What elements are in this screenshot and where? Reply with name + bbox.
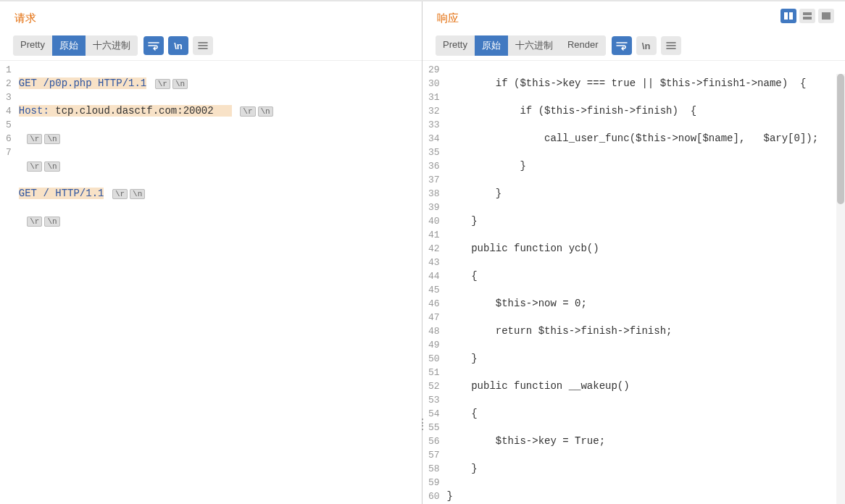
http-path: /p0p.php (43, 77, 91, 89)
code-line: } (447, 214, 842, 228)
svg-rect-3 (803, 17, 812, 20)
request-gutter: 1234567 (0, 61, 16, 504)
response-toolbar: Pretty 原始 十六进制 Render \n (422, 35, 845, 56)
code-line: return $this->finish->finish; (447, 324, 842, 338)
tab-pretty[interactable]: Pretty (13, 35, 52, 56)
code-line: call_user_func($this->now[$name], $ary[0… (447, 132, 842, 146)
scroll-thumb[interactable] (837, 74, 844, 204)
tab-hex[interactable]: 十六进制 (508, 35, 560, 56)
response-code[interactable]: if ($this->key === true || $this->finish… (444, 61, 845, 504)
code-line: public function ycb() (447, 242, 842, 256)
panel-resize-handle[interactable] (420, 419, 425, 430)
app-root: 请求 Pretty 原始 十六进制 \n (0, 0, 845, 504)
code-line: if ($this->key === true || $this->finish… (447, 77, 842, 91)
split-horizontal-icon (783, 12, 794, 20)
tab-raw[interactable]: 原始 (52, 35, 86, 56)
host-header-value: tcp.cloud.dasctf.com:20002 (55, 105, 213, 117)
code-line: $this->now = 0; (447, 297, 842, 311)
host-header-name: Host: (19, 105, 49, 117)
tab-pretty[interactable]: Pretty (436, 35, 475, 56)
code-line: } (447, 490, 842, 503)
code-line: } (447, 462, 842, 476)
response-tabs: Pretty 原始 十六进制 Render (436, 35, 606, 56)
code-line: } (447, 187, 842, 201)
request-toolbar: Pretty 原始 十六进制 \n (0, 35, 422, 56)
request-editor[interactable]: 1234567 GET /p0p.php HTTP/1.1 \r\n Host:… (0, 60, 422, 504)
layout-single[interactable] (818, 9, 834, 23)
menu-button[interactable] (661, 36, 681, 55)
newline-icon: \n (642, 41, 651, 51)
newline-toggle-button[interactable]: \n (168, 36, 188, 55)
code-line: { (447, 407, 842, 421)
response-panel: 响应 Pretty 原始 十六进制 Render \n (422, 1, 845, 504)
wrap-toggle-button[interactable] (143, 36, 164, 55)
request-tabs: Pretty 原始 十六进制 (13, 35, 138, 56)
svg-rect-4 (822, 12, 831, 20)
wrap-icon (616, 41, 628, 51)
svg-rect-2 (803, 12, 812, 15)
newline-icon: \n (174, 41, 183, 51)
svg-rect-1 (789, 12, 793, 20)
layout-split-vertical[interactable] (799, 9, 815, 23)
tab-hex[interactable]: 十六进制 (86, 35, 138, 56)
response-gutter: 2930313233343536373839404142434445464748… (422, 61, 444, 504)
code-line: if ($this->finish->finish) { (447, 104, 842, 118)
http-version: HTTP/1.1 (98, 77, 146, 89)
cr-char: \r (155, 79, 170, 89)
http-method: GET (19, 77, 37, 89)
tab-render[interactable]: Render (560, 35, 606, 56)
tab-raw[interactable]: 原始 (475, 35, 508, 56)
menu-icon (666, 41, 676, 50)
layout-split-horizontal[interactable] (781, 9, 796, 23)
menu-button[interactable] (193, 36, 213, 55)
code-line: } (447, 159, 842, 173)
code-line: { (447, 269, 842, 283)
code-line: } (447, 352, 842, 366)
code-line: $this->key = True; (447, 434, 842, 448)
response-scrollbar[interactable] (836, 74, 845, 504)
split-vertical-icon (802, 12, 812, 20)
single-pane-icon (821, 12, 831, 20)
code-line: public function __wakeup() (447, 379, 842, 393)
menu-icon (198, 41, 208, 50)
http-method: GET (19, 188, 37, 199)
wrap-toggle-button[interactable] (612, 36, 632, 55)
newline-toggle-button[interactable]: \n (636, 36, 657, 55)
request-code[interactable]: GET /p0p.php HTTP/1.1 \r\n Host: tcp.clo… (16, 61, 422, 504)
svg-rect-0 (784, 12, 788, 20)
response-editor[interactable]: 2930313233343536373839404142434445464748… (422, 60, 845, 504)
wrap-icon (148, 41, 159, 51)
nl-char: \n (172, 79, 188, 89)
request-title: 请求 (0, 1, 422, 35)
layout-toggle-group (781, 9, 834, 23)
request-panel: 请求 Pretty 原始 十六进制 \n (0, 1, 422, 504)
